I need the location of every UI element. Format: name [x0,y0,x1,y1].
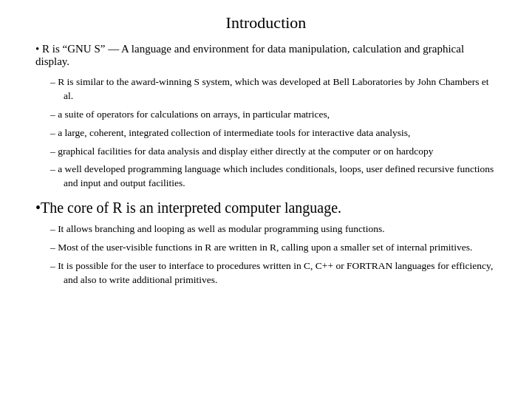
bullet-1-text: R is “GNU S” — A language and environmen… [35,43,464,67]
sub-item-1-2: – a suite of operators for calculations … [50,108,497,122]
bullet-1: • R is “GNU S” — A language and environm… [35,43,497,68]
sub-item-1-5: – a well developed programming language … [50,163,497,191]
dash-icon-7: – [50,242,58,253]
bullet-2-subitems: – It allows branching and looping as wel… [50,222,497,287]
dash-icon-4: – [50,146,58,157]
sub-item-1-4: – graphical facilities for data analysis… [50,145,497,159]
bullet-1-subitems: – R is similar to the award-winning S sy… [50,75,497,191]
dash-icon-1: – [50,76,58,87]
dash-icon-6: – [50,223,58,234]
page-title: Introduction [35,13,497,33]
sub-item-2-1: – It allows branching and looping as wel… [50,222,497,236]
bullet-2: •The core of R is an interpreted compute… [35,200,497,216]
sub-item-2-2: – Most of the user-visible functions in … [50,241,497,255]
sub-item-2-3: – It is possible for the user to interfa… [50,259,497,287]
sub-item-1-3: – a large, coherent, integrated collecti… [50,126,497,140]
dash-icon-5: – [50,163,58,174]
bullet-2-symbol: • [35,200,41,216]
dash-icon-8: – [50,260,58,271]
sub-item-1-1: – R is similar to the award-winning S sy… [50,75,497,103]
page: Introduction • R is “GNU S” — A language… [0,0,532,399]
dash-icon-2: – [50,109,58,120]
bullet-2-text: The core of R is an interpreted computer… [41,200,341,216]
dash-icon-3: – [50,127,58,138]
